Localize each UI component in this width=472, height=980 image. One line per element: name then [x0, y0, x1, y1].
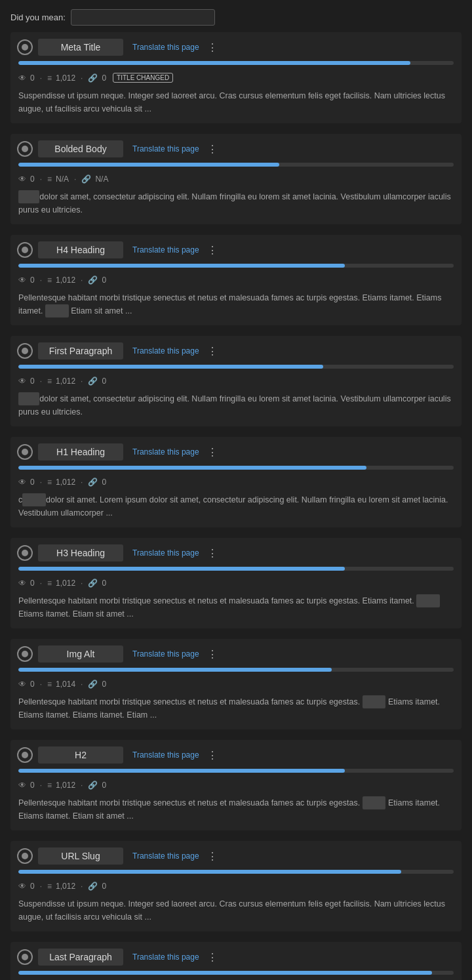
body-highlight [18, 190, 39, 203]
card-header-last-paragraph: Last ParagraphTranslate this page⋮ [10, 942, 462, 971]
more-options-icon[interactable]: ⋮ [207, 749, 218, 762]
body-highlight [416, 594, 440, 607]
words-count: 1,012 [56, 377, 75, 386]
views-count: 0 [30, 781, 35, 790]
translate-this-page-link[interactable]: Translate this page [132, 548, 199, 558]
record-icon [17, 646, 33, 662]
links-count: 0 [102, 781, 106, 790]
card-body: Pellentesque habitant morbi tristique se… [10, 693, 462, 729]
views-icon: 👁 [18, 73, 26, 83]
progress-bar [18, 870, 401, 874]
links-icon: 🔗 [88, 377, 98, 386]
title-changed-badge: TITLE CHANGED [113, 73, 173, 83]
card-h3-heading: H3 HeadingTranslate this page⋮👁0·≡1,012·… [10, 538, 462, 628]
card-stats: 👁0·≡1,012·🔗0 [10, 374, 462, 390]
record-icon [17, 747, 33, 763]
more-options-icon[interactable]: ⋮ [207, 446, 218, 459]
card-title-url-slug: URL Slug [38, 847, 123, 865]
progress-bar-container [18, 971, 454, 975]
body-highlight [363, 695, 386, 708]
card-last-paragraph: Last ParagraphTranslate this page⋮👁0·≡1,… [10, 942, 462, 980]
dot-separator: · [40, 478, 42, 487]
links-count: 0 [102, 478, 106, 487]
links-count: 0 [102, 73, 106, 83]
card-body: Suspendisse ut ipsum neque. Integer sed … [10, 895, 462, 931]
links-icon: 🔗 [88, 276, 98, 285]
links-icon: 🔗 [81, 174, 91, 184]
card-header-img-alt: Img AltTranslate this page⋮ [10, 639, 462, 668]
card-header-h4-heading: H4 HeadingTranslate this page⋮ [10, 235, 462, 264]
card-title-first-paragraph: First Paragraph [38, 342, 123, 359]
translate-this-page-link[interactable]: Translate this page [132, 952, 199, 962]
card-header-h1-heading: H1 HeadingTranslate this page⋮ [10, 437, 462, 466]
translate-this-page-link[interactable]: Translate this page [132, 346, 199, 356]
more-options-icon[interactable]: ⋮ [207, 951, 218, 964]
progress-bar [18, 264, 345, 268]
more-options-icon[interactable]: ⋮ [207, 345, 218, 357]
links-count: 0 [102, 276, 106, 285]
card-body: Pellentesque habitant morbi tristique se… [10, 794, 462, 830]
translate-this-page-link[interactable]: Translate this page [132, 447, 199, 457]
dot-separator: · [40, 174, 42, 184]
dot-separator: · [40, 579, 42, 588]
dot-separator: · [40, 882, 42, 891]
more-options-icon[interactable]: ⋮ [207, 143, 218, 155]
record-icon [17, 39, 33, 55]
links-count: 0 [102, 579, 106, 588]
words-icon: ≡ [47, 73, 52, 83]
translate-this-page-link[interactable]: Translate this page [132, 245, 199, 255]
views-icon: 👁 [18, 174, 26, 184]
progress-bar-container [18, 365, 454, 369]
words-count: 1,012 [56, 478, 75, 487]
card-body: Pellentesque habitant morbi tristique se… [10, 289, 462, 325]
cards-container: Meta TitleTranslate this page⋮👁0·≡1,012·… [0, 32, 472, 980]
card-url-slug: URL SlugTranslate this page⋮👁0·≡1,012·🔗0… [10, 841, 462, 931]
progress-bar-container [18, 466, 454, 470]
words-count: 1,012 [56, 579, 75, 588]
translate-this-page-link[interactable]: Translate this page [132, 851, 199, 861]
card-body: Pellentesque habitant morbi tristique se… [10, 592, 462, 628]
card-header-url-slug: URL SlugTranslate this page⋮ [10, 841, 462, 870]
did-you-mean-input[interactable] [71, 9, 215, 26]
card-header-h2: H2Translate this page⋮ [10, 740, 462, 769]
words-icon: ≡ [47, 882, 52, 891]
card-body: Suspendisse ut ipsum neque. Integer sed … [10, 87, 462, 123]
card-stats: 👁0·≡N/A·🔗N/A [10, 172, 462, 188]
translate-this-page-link[interactable]: Translate this page [132, 43, 199, 52]
words-icon: ≡ [47, 174, 52, 184]
card-title-h4-heading: H4 Heading [38, 241, 123, 258]
views-icon: 👁 [18, 377, 26, 386]
more-options-icon[interactable]: ⋮ [207, 547, 218, 560]
words-icon: ≡ [47, 781, 52, 790]
progress-bar [18, 567, 345, 571]
more-options-icon[interactable]: ⋮ [207, 850, 218, 863]
card-title-meta-title: Meta Title [38, 39, 123, 56]
translate-this-page-link[interactable]: Translate this page [132, 649, 199, 659]
progress-bar-container [18, 567, 454, 571]
dot-separator: · [40, 377, 42, 386]
record-icon [17, 949, 33, 965]
dot-separator: · [81, 276, 83, 285]
dot-separator: · [40, 276, 42, 285]
more-options-icon[interactable]: ⋮ [207, 41, 218, 54]
card-title-bolded-body: Bolded Body [38, 140, 123, 157]
more-options-icon[interactable]: ⋮ [207, 244, 218, 256]
progress-bar-container [18, 264, 454, 268]
record-icon [17, 141, 33, 157]
card-header-first-paragraph: First ParagraphTranslate this page⋮ [10, 336, 462, 365]
links-icon: 🔗 [88, 478, 98, 487]
more-options-icon[interactable]: ⋮ [207, 648, 218, 661]
translate-this-page-link[interactable]: Translate this page [132, 750, 199, 760]
did-you-mean-row: Did you mean: [0, 0, 472, 32]
progress-bar [18, 61, 410, 65]
progress-bar [18, 466, 366, 470]
views-count: 0 [30, 73, 35, 83]
card-h2: H2Translate this page⋮👁0·≡1,012·🔗0Pellen… [10, 740, 462, 830]
card-title-img-alt: Img Alt [38, 645, 123, 663]
progress-bar-container [18, 769, 454, 773]
record-icon [17, 545, 33, 561]
card-stats: 👁0·≡1,012·🔗0 [10, 273, 462, 289]
links-icon: 🔗 [88, 781, 98, 790]
card-title-last-paragraph: Last Paragraph [38, 949, 123, 966]
translate-this-page-link[interactable]: Translate this page [132, 144, 199, 153]
